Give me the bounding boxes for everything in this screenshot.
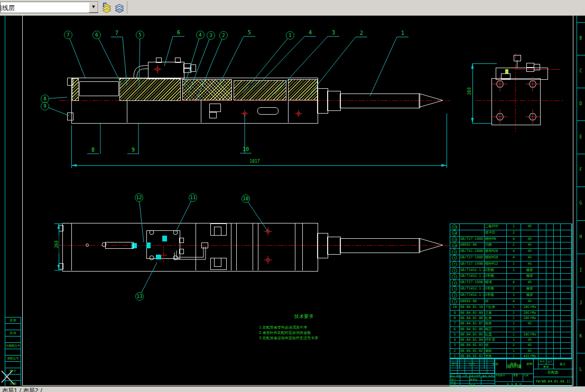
parts-table-cell (507, 274, 522, 279)
layout-tab-bar: 布局1 / 布局2 / (0, 386, 585, 392)
balloon-circle (189, 194, 197, 202)
parts-table-row: 7GB/T27-1990螺栓M12145 (450, 262, 572, 268)
parts-table-cell: 5 (450, 332, 460, 337)
parts-table-cell: GB/T27-1990 (460, 280, 485, 286)
parts-table-cell: 4 (507, 249, 522, 255)
layer-select[interactable]: 粗线层 (0, 2, 99, 13)
balloon-circle (41, 102, 49, 110)
parts-table-cell: 1 (507, 338, 522, 342)
balloon-number: 13 (137, 294, 143, 299)
scale-label: 比例 (524, 374, 532, 377)
note-line: 3.装配后各运动件应动作灵活无卡滞 (259, 335, 349, 341)
parts-table-cell: 45 (521, 249, 538, 255)
parts-table-cell: 9 (450, 311, 460, 315)
parts-table-cell (538, 316, 546, 321)
make-object-layer-current-button[interactable] (100, 2, 113, 14)
balloon-circle (93, 31, 101, 39)
chevron-down-icon[interactable]: ▼ (89, 2, 98, 13)
body-divider (253, 223, 253, 270)
parts-table-cell (561, 230, 572, 236)
parts-table-cell (538, 299, 546, 305)
parts-table-cell (546, 338, 554, 342)
balloon-number: 7 (67, 32, 69, 38)
leader-line (49, 108, 69, 116)
parts-table-cell (561, 237, 572, 242)
stem (514, 55, 521, 61)
parts-table-cell (561, 338, 572, 342)
parts-table-cell: 45 (521, 242, 538, 248)
parts-table-cell: 1 (507, 327, 522, 332)
parts-table-row: 600.04.01-06阀芯1 (450, 327, 572, 332)
parts-table-cell (460, 230, 485, 236)
dimension-line (71, 165, 447, 166)
drawing-number: YW/WB.04.01.04.11 (534, 379, 572, 384)
balloon-circle (136, 31, 144, 39)
item-number-label: 1 (401, 30, 404, 36)
parts-table-cell: 缸盖 (485, 332, 507, 337)
zone-tick (577, 154, 585, 154)
parts-table-cell: 45 (521, 321, 538, 326)
parts-table-cell (538, 305, 546, 310)
parts-table-cell (554, 268, 561, 274)
parts-table-cell (561, 316, 572, 321)
hydraulic-pipe (137, 69, 148, 78)
parts-table-cell: GB/T27-1990 (460, 262, 485, 267)
balloon-number: 13 (452, 225, 457, 230)
parts-table-cell (546, 249, 554, 255)
balloon-number: 3 (209, 33, 212, 38)
parts-table-cell (538, 280, 546, 286)
parts-table-cell (561, 255, 572, 261)
parts-table-cell: 三棱钎杆 (485, 224, 507, 230)
balloon-number: 11 (190, 195, 196, 200)
body-divider (127, 100, 127, 123)
balloon-number: 10 (243, 196, 249, 201)
parts-table-cell (554, 343, 561, 348)
chisel-holder (317, 88, 328, 114)
parts-table-cell: 橡胶 (521, 293, 538, 298)
parts-table-cell: 20CrMo (521, 332, 538, 337)
parts-table-cell (561, 249, 572, 255)
notes-title: 技术要求 (259, 313, 349, 320)
zone-letter-C: C (577, 69, 584, 73)
layers-toolbar: 粗线层 ▼ (0, 0, 585, 16)
layout-tabs[interactable]: 布局1 / 布局2 / (2, 387, 585, 392)
parts-table-cell: 螺栓M8 (485, 237, 507, 242)
parts-table-cell (546, 332, 554, 337)
parts-table-cell: 3 (507, 293, 522, 298)
parts-table-cell (538, 338, 546, 342)
side-tab (67, 78, 73, 86)
parts-table-cell (521, 327, 538, 332)
parts-table-row: 8GB/T27-1988螺栓M20445 (450, 255, 572, 262)
margin-strip-row (5, 324, 21, 330)
parts-table-cell: 10 (450, 242, 460, 248)
parts-table-cell (561, 305, 572, 310)
zone-letter-L: L (577, 367, 584, 372)
parts-table-cell (546, 280, 554, 286)
layers-button[interactable] (113, 2, 126, 14)
divider (495, 381, 533, 382)
parts-table-cell: 1 (507, 305, 522, 310)
parts-table-row: 6GB/T3452.1-2005O形圈1橡胶 (450, 268, 572, 274)
parts-table-cell: O形圈 (485, 268, 507, 274)
parts-table-cell: 45 (521, 255, 538, 261)
parts-table-cell (546, 293, 554, 298)
parts-list-table: 13三棱钎杆14512缓冲垫211GB/T27-1988螺栓M844510GB8… (450, 223, 572, 358)
parts-table-cell (561, 311, 572, 315)
margin-strip-row (5, 375, 21, 381)
parts-table-cell: 11 (450, 237, 460, 242)
balloon-circle (41, 95, 49, 103)
balloon-number: 7 (452, 262, 457, 267)
margin-strip-row: 描 图 (5, 318, 21, 324)
sheet-count: 共 张 第 张 (495, 382, 533, 386)
highlighted-entity (162, 236, 167, 241)
parts-table-row: 10GB892-86挡圈245 (450, 242, 572, 249)
parts-table-row: 200.04.01-02侧板145 (450, 349, 572, 354)
balloon-circle (64, 31, 72, 39)
parts-table-cell: 3 (450, 343, 460, 348)
parts-table-cell (561, 299, 572, 305)
balloon-number: 8 (452, 255, 457, 260)
parts-table-cell: 00.04.01-10 (460, 305, 485, 310)
sheet-border-right (573, 15, 573, 386)
zone-letter-G: G (577, 201, 584, 206)
parts-table-cell (561, 293, 572, 298)
